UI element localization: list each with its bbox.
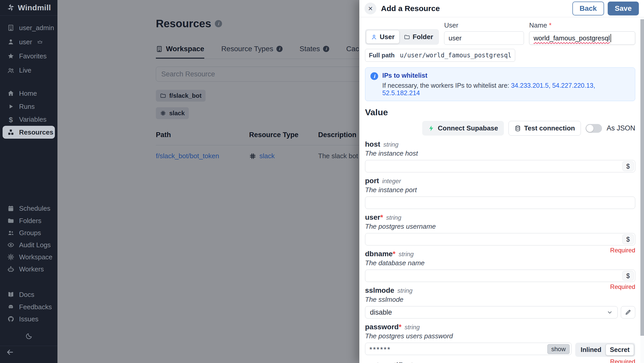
discord-icon [7,303,14,311]
variable-picker-button[interactable]: $ [622,271,634,281]
sidebar-item-workspace-switcher[interactable]: user_admin [0,21,57,34]
sidebar: Windmill user_admin user Favorites Live … [0,0,57,363]
windmill-logo-icon [6,3,15,12]
show-password-button[interactable]: show [547,344,570,354]
sidebar-item-label: user_admin [19,24,54,32]
variable-picker-button[interactable]: $ [622,161,634,171]
field-dbname: dbname*string The database name $ Requir… [365,250,635,282]
folder-icon [404,34,410,40]
sidebar-item-label: Feedbacks [19,303,52,311]
back-button[interactable]: Back [572,2,604,15]
sidebar-item-resources[interactable]: Resources [3,126,55,139]
sidebar-item-docs[interactable]: Docs [0,288,57,301]
field-host: hoststring The instance host $ [365,140,635,172]
required-note: Required [610,358,635,363]
test-connection-button[interactable]: Test connection [509,121,581,136]
edit-button[interactable] [621,306,635,318]
dbname-input[interactable] [365,270,635,282]
sidebar-item-label: Schedules [19,205,50,213]
required-note: Required [610,247,635,254]
sidebar-item-label: Workers [19,265,44,273]
user-field-label: User [444,21,524,29]
secret-option[interactable]: Secret [606,344,634,356]
user-group-icon [7,229,14,236]
person-icon [371,34,377,40]
building-icon [7,24,14,31]
folder-icon [7,217,14,224]
sslmode-select[interactable]: disable [365,306,618,318]
required-asterisk: * [549,21,552,29]
calendar-icon [7,205,14,212]
name-field-input[interactable]: world_famous_postgresql [529,31,635,45]
users-icon [7,67,14,74]
sidebar-item-live[interactable]: Live [0,64,57,77]
save-button[interactable]: Save [608,2,639,15]
sidebar-item-audit-logs[interactable]: Audit Logs [0,238,57,251]
name-field-label: Name * [529,21,635,29]
collapse-sidebar-button[interactable] [6,348,14,357]
sidebar-item-workspace-settings[interactable]: Workspace [0,251,57,263]
field-password: password*string The postgres users passw… [365,323,635,357]
sidebar-item-home[interactable]: Home [0,87,57,100]
app-title: Windmill [18,3,51,12]
owner-folder-option[interactable]: Folder [399,30,438,43]
ips-whitelist-infobox: i IPs to whitelist If necessary, the wor… [365,67,635,101]
secret-mode-toggle: Inlined Secret [575,343,635,357]
sidebar-item-runs[interactable]: Runs [0,100,57,113]
infobox-title: IPs to whitelist [382,72,630,79]
sidebar-item-variables[interactable]: $ Variables [0,113,57,126]
port-input[interactable] [365,197,635,209]
value-section-title: Value [365,107,635,117]
full-path-value: u/user/world_famous_postgresql [396,49,515,61]
sidebar-item-label: Favorites [19,52,47,60]
connect-supabase-button[interactable]: Connect Supabase [422,121,504,136]
boxes-icon [7,129,14,136]
host-input[interactable] [365,160,635,172]
sidebar-item-favorites[interactable]: Favorites [0,50,57,63]
database-icon [514,125,521,132]
sidebar-item-user[interactable]: user [0,36,57,48]
sidebar-item-issues[interactable]: Issues [0,313,57,325]
info-icon: i [370,72,378,80]
field-user: user*string The postgres username $ Requ… [365,213,635,245]
sidebar-item-label: Resources [19,128,53,136]
eye-icon [7,241,14,249]
as-json-toggle[interactable] [586,124,602,133]
pencil-icon [625,309,631,315]
field-port: portinteger The instance port [365,177,635,209]
variable-picker-button[interactable]: $ [622,234,634,244]
owner-user-option[interactable]: User [366,30,399,43]
required-note: Required [610,283,635,290]
robot-icon [7,265,14,273]
github-icon [7,315,14,323]
sidebar-item-feedbacks[interactable]: Feedbacks [0,300,57,313]
book-icon [7,291,14,298]
full-path-display: Full path u/user/world_famous_postgresql [365,49,515,62]
field-sslmode: sslmodestring The sslmode disable [365,286,635,318]
chevron-down-icon [607,309,613,315]
star-icon [7,52,14,60]
sidebar-item-label: Workspace [19,253,53,261]
user-input[interactable] [365,233,635,245]
full-path-label: Full path [365,49,396,61]
app-logo[interactable]: Windmill [0,0,57,16]
drawer-scrollbar[interactable] [640,17,644,363]
as-json-label: As JSON [607,124,635,132]
sidebar-item-schedules[interactable]: Schedules [0,202,57,215]
sidebar-item-folders[interactable]: Folders [0,214,57,227]
field-root-certificate-pem: root_certificate_pemstring The root cert… [365,361,635,363]
sidebar-item-label: Groups [19,229,41,237]
inlined-option[interactable]: Inlined [577,344,606,355]
close-icon[interactable]: × [365,3,376,14]
user-field-input[interactable] [444,31,524,45]
sidebar-item-label: Live [19,66,31,74]
sidebar-item-label: Audit Logs [19,241,51,249]
dollar-icon: $ [7,116,14,123]
play-icon [7,103,14,110]
password-input[interactable] [365,343,572,355]
owner-kind-toggle: User Folder [365,29,439,45]
sidebar-item-workers[interactable]: Workers [0,263,57,276]
scrollbar-thumb[interactable] [640,19,644,336]
dark-mode-toggle[interactable] [25,332,33,340]
sidebar-item-groups[interactable]: Groups [0,226,57,239]
